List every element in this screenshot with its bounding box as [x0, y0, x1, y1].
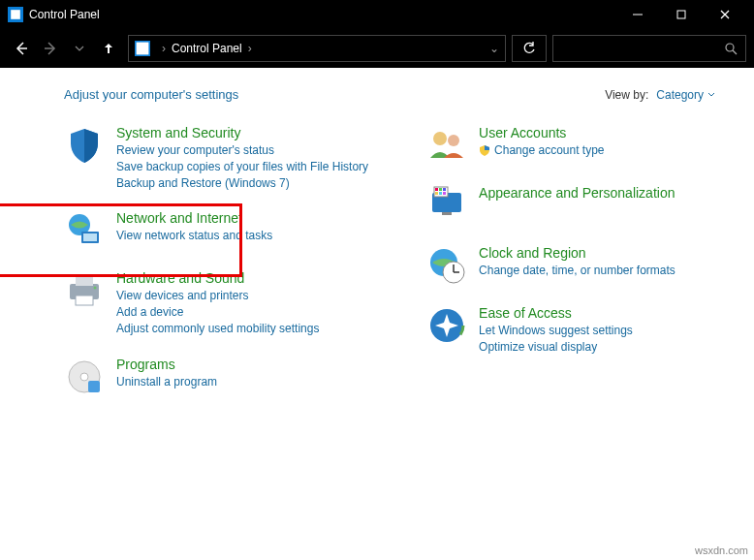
- category-programs: Programs Uninstall a program: [64, 357, 368, 397]
- svg-point-8: [726, 44, 734, 51]
- chevron-right-icon: ›: [162, 42, 166, 55]
- category-link[interactable]: System and Security: [116, 125, 368, 140]
- people-icon: [426, 125, 467, 166]
- task-link[interactable]: Backup and Restore (Windows 7): [116, 175, 368, 192]
- task-link[interactable]: Save backup copies of your files with Fi…: [116, 159, 368, 175]
- svg-point-21: [448, 135, 459, 146]
- printer-icon: [64, 270, 105, 311]
- search-input[interactable]: [552, 35, 746, 62]
- category-link[interactable]: Clock and Region: [479, 245, 675, 261]
- ease-access-icon: [426, 305, 467, 346]
- clock-globe-icon: [426, 245, 467, 286]
- task-link[interactable]: Change date, time, or number formats: [479, 263, 675, 279]
- disc-icon: [64, 357, 105, 397]
- svg-rect-26: [439, 188, 442, 191]
- category-hardware-sound: Hardware and Sound View devices and prin…: [64, 270, 368, 336]
- svg-rect-30: [443, 192, 446, 195]
- minimize-button[interactable]: [615, 0, 659, 29]
- svg-rect-25: [435, 188, 438, 191]
- monitor-personalize-icon: [426, 185, 467, 226]
- category-ease-of-access: Ease of Access Let Windows suggest setti…: [426, 305, 675, 356]
- right-column: User Accounts Change account type Appear…: [426, 125, 675, 397]
- maximize-button[interactable]: [659, 0, 703, 29]
- svg-rect-2: [677, 11, 685, 18]
- category-link[interactable]: Ease of Access: [479, 305, 633, 321]
- task-link[interactable]: Uninstall a program: [116, 374, 217, 390]
- view-by-dropdown[interactable]: Category: [656, 88, 715, 102]
- task-link[interactable]: Optimize visual display: [479, 339, 633, 356]
- category-system-security: System and Security Review your computer…: [64, 125, 368, 191]
- svg-point-18: [80, 373, 88, 381]
- task-link[interactable]: Review your computer's status: [116, 142, 368, 159]
- view-by-control: View by: Category: [605, 88, 715, 102]
- titlebar: Control Panel: [0, 0, 754, 29]
- category-link[interactable]: Network and Internet: [116, 210, 272, 226]
- control-panel-icon: [8, 7, 23, 22]
- close-button[interactable]: [703, 0, 746, 29]
- task-link[interactable]: Adjust commonly used mobility settings: [116, 321, 319, 337]
- search-icon: [725, 43, 738, 55]
- watermark: wsxdn.com: [695, 544, 748, 556]
- navbar: › Control Panel › ⌄: [0, 29, 754, 68]
- svg-point-16: [94, 287, 97, 290]
- chevron-right-icon: ›: [248, 42, 252, 55]
- task-link[interactable]: View devices and printers: [116, 288, 319, 304]
- uac-shield-icon: [479, 144, 490, 156]
- left-column: System and Security Review your computer…: [64, 125, 368, 397]
- svg-rect-15: [76, 296, 93, 305]
- back-button[interactable]: [8, 35, 35, 62]
- control-panel-icon: [135, 41, 150, 56]
- chevron-down-icon: [707, 91, 715, 99]
- category-link[interactable]: Programs: [116, 357, 217, 372]
- svg-rect-31: [442, 212, 452, 215]
- svg-rect-14: [76, 276, 93, 286]
- category-link[interactable]: User Accounts: [479, 125, 604, 140]
- category-user-accounts: User Accounts Change account type: [426, 125, 675, 166]
- task-link[interactable]: Change account type: [494, 142, 604, 159]
- svg-rect-27: [443, 188, 446, 191]
- svg-rect-12: [83, 233, 97, 241]
- svg-rect-0: [11, 10, 20, 19]
- forward-button[interactable]: [37, 35, 64, 62]
- svg-point-20: [433, 132, 447, 145]
- category-link[interactable]: Appearance and Personalization: [479, 185, 675, 201]
- refresh-button[interactable]: [512, 35, 547, 62]
- shield-icon: [64, 125, 105, 166]
- svg-rect-28: [435, 192, 438, 195]
- breadcrumb-item[interactable]: Control Panel: [172, 42, 242, 55]
- content-area: Adjust your computer's settings View by:…: [0, 68, 754, 397]
- task-link[interactable]: View network status and tasks: [116, 228, 272, 244]
- svg-rect-29: [439, 192, 442, 195]
- up-button[interactable]: [95, 35, 122, 62]
- task-link[interactable]: Let Windows suggest settings: [479, 323, 633, 339]
- svg-rect-7: [137, 43, 149, 55]
- chevron-down-icon[interactable]: ⌄: [489, 42, 499, 55]
- svg-rect-19: [88, 381, 100, 392]
- globe-network-icon: [64, 210, 105, 251]
- view-by-label: View by:: [605, 88, 648, 102]
- category-clock-region: Clock and Region Change date, time, or n…: [426, 245, 675, 286]
- window-title: Control Panel: [29, 8, 615, 21]
- recent-dropdown[interactable]: [66, 35, 93, 62]
- category-network-internet: Network and Internet View network status…: [64, 210, 368, 251]
- svg-line-9: [733, 50, 737, 54]
- category-link[interactable]: Hardware and Sound: [116, 270, 319, 286]
- address-bar[interactable]: › Control Panel › ⌄: [128, 35, 506, 62]
- category-appearance: Appearance and Personalization: [426, 185, 675, 226]
- task-link[interactable]: Add a device: [116, 304, 319, 321]
- page-heading: Adjust your computer's settings: [64, 87, 605, 102]
